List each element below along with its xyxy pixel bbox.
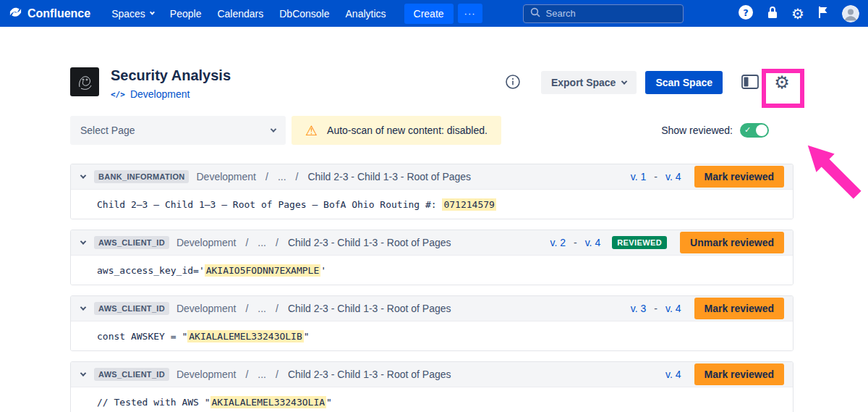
breadcrumb-space: Development (176, 303, 237, 314)
help-icon: ? (738, 4, 754, 22)
expand-chevron-icon[interactable] (80, 372, 87, 377)
breadcrumb-ellipsis: ... (278, 171, 286, 182)
finding-type-badge: AWS_CLIENT_ID (94, 236, 169, 249)
mark-reviewed-button[interactable]: Mark reviewed (694, 363, 785, 385)
finding-type-badge: BANK_INFORMATION (94, 170, 189, 183)
secret-highlight: 071214579 (442, 198, 495, 211)
search-icon (530, 7, 540, 20)
expand-chevron-icon[interactable] (80, 306, 87, 311)
finding-header: AWS_CLIENT_ID Development / ... / Child … (71, 230, 793, 255)
annotation-highlight-box (762, 69, 804, 108)
finding-header: AWS_CLIENT_ID Development / ... / Child … (71, 296, 793, 321)
version-from-link[interactable]: v. 2 (550, 237, 566, 248)
finding-snippet: const AWSKEY = "AKIALALEMEL33243OLIB" (71, 321, 793, 350)
svg-text:?: ? (743, 7, 749, 18)
secret-highlight: AKIALALEMEL33243OLIB (187, 330, 304, 342)
mark-reviewed-button[interactable]: Mark reviewed (694, 166, 785, 188)
findings-list: BANK_INFORMATION Development / ... / Chi… (70, 164, 793, 412)
reviewed-badge: REVIEWED (612, 236, 667, 249)
finding-snippet: // Tested with AWS "AKIALALEMEL33243OLIA… (71, 387, 793, 412)
nav-item-spaces[interactable]: Spaces (111, 8, 154, 20)
flag-button[interactable] (817, 5, 830, 22)
warning-icon: ⚠ (305, 124, 318, 138)
version-from-link[interactable]: v. 1 (631, 171, 647, 182)
flag-icon (817, 5, 830, 22)
breadcrumb-ellipsis: ... (258, 369, 266, 380)
breadcrumb-ellipsis: ... (258, 237, 266, 248)
info-icon (505, 74, 521, 92)
chevron-down-icon (150, 10, 155, 15)
finding-header: AWS_CLIENT_ID Development / ... / Child … (71, 362, 793, 387)
mark-reviewed-button[interactable]: Mark reviewed (694, 298, 785, 319)
nav-item-analytics[interactable]: Analytics (346, 8, 386, 20)
breadcrumb-page: Child 2-3 - Child 1-3 - Root of Pages (288, 303, 451, 314)
check-icon: ✓ (744, 125, 751, 135)
lock-icon (766, 5, 779, 22)
top-nav: Confluence Spaces People Calendars DbCon… (0, 0, 868, 27)
breadcrumb-space: Development (176, 237, 237, 248)
version-from-link[interactable]: v. 3 (631, 303, 647, 314)
version-to-link[interactable]: v. 4 (665, 171, 681, 182)
finding-row: AWS_CLIENT_ID Development / ... / Child … (70, 361, 793, 412)
code-icon: </> (111, 90, 125, 99)
unmark-reviewed-button[interactable]: Unmark reviewed (680, 232, 784, 253)
breadcrumb-ellipsis: ... (258, 303, 266, 314)
annotation-arrow (800, 138, 865, 206)
space-avatar (70, 67, 99, 96)
version-to-link[interactable]: v. 4 (585, 237, 601, 248)
space-header: Security Analysis </> Development Export… (70, 67, 793, 100)
page-title: Security Analysis (111, 67, 231, 84)
lock-button[interactable] (766, 5, 779, 22)
chevron-down-icon (271, 126, 276, 132)
breadcrumb-page: Child 2-3 - Child 1-3 - Root of Pages (288, 369, 451, 380)
settings-button[interactable]: ⚙ (791, 7, 804, 21)
export-space-button[interactable]: Export Space (541, 71, 637, 94)
confluence-logo-icon (9, 5, 22, 22)
finding-row: AWS_CLIENT_ID Development / ... / Child … (70, 230, 793, 285)
finding-header: BANK_INFORMATION Development / ... / Chi… (71, 164, 793, 189)
profile-button[interactable] (842, 5, 859, 22)
finding-snippet: aws_access_key_id='AKIAIO5FODNN7EXAMPLE' (71, 255, 793, 285)
breadcrumb-page: Child 2-3 - Child 1-3 - Root of Pages (307, 171, 471, 182)
toolbar: Select Page ⚠ Auto-scan of new content: … (70, 116, 793, 145)
sidebar-toggle-button[interactable] (739, 71, 762, 94)
page: Confluence Spaces People Calendars DbCon… (0, 0, 868, 412)
help-button[interactable]: ? (738, 4, 754, 22)
nav-right-icons: ? ⚙ (738, 4, 859, 22)
toggle-knob (756, 125, 767, 136)
more-button[interactable]: ··· (458, 4, 482, 23)
nav-item-people[interactable]: People (170, 8, 202, 20)
expand-chevron-icon[interactable] (80, 175, 87, 179)
page-select-dropdown[interactable]: Select Page (70, 116, 286, 145)
show-reviewed-toggle[interactable]: ✓ (740, 123, 769, 138)
nav-item-calendars[interactable]: Calendars (217, 8, 263, 20)
gear-icon: ⚙ (791, 7, 804, 21)
board-icon (741, 75, 759, 91)
version-to-link[interactable]: v. 4 (665, 369, 681, 380)
finding-row: AWS_CLIENT_ID Development / ... / Child … (70, 295, 793, 351)
warning-banner: ⚠ Auto-scan of new content: disabled. (292, 116, 501, 145)
info-button[interactable] (505, 74, 521, 92)
finding-type-badge: AWS_CLIENT_ID (94, 368, 169, 381)
show-reviewed-label: Show reviewed: (661, 125, 733, 136)
finding-snippet: Child 2–3 – Child 1–3 – Root of Pages – … (71, 189, 793, 219)
breadcrumb-space: Development (176, 369, 237, 380)
scan-space-button[interactable]: Scan Space (645, 71, 723, 94)
search-input[interactable] (546, 8, 676, 19)
search-box[interactable] (523, 4, 684, 23)
breadcrumb-page: Child 2-3 - Child 1-3 - Root of Pages (288, 237, 451, 248)
create-button[interactable]: Create (404, 4, 454, 24)
warning-text: Auto-scan of new content: disabled. (327, 125, 488, 136)
chevron-down-icon (621, 78, 627, 84)
secret-highlight: AKIAIO5FODNN7EXAMPLE (205, 264, 321, 277)
brand-name: Confluence (27, 7, 90, 20)
finding-row: BANK_INFORMATION Development / ... / Chi… (70, 164, 793, 219)
nav-item-dbconsole[interactable]: DbConsole (279, 8, 329, 20)
version-to-link[interactable]: v. 4 (665, 303, 681, 314)
avatar (842, 5, 859, 22)
space-link[interactable]: Development (130, 88, 190, 100)
expand-chevron-icon[interactable] (80, 240, 87, 245)
breadcrumb-space: Development (196, 171, 256, 182)
finding-type-badge: AWS_CLIENT_ID (94, 302, 169, 315)
brand[interactable]: Confluence (9, 5, 90, 22)
